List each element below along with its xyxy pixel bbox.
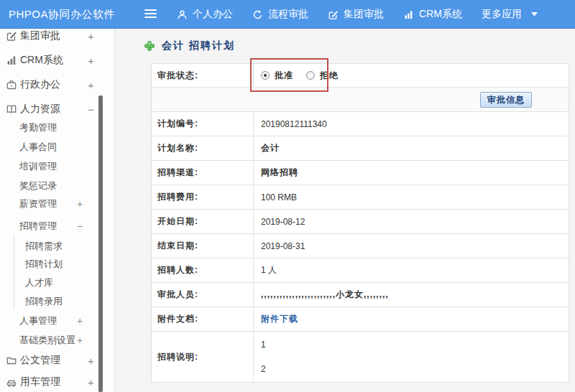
sidebar-item-official-docs[interactable]: 公文管理 + [0, 352, 115, 369]
bar-chart-icon [6, 55, 17, 66]
bar-chart-icon [403, 9, 414, 20]
table-row-attachment: 附件文档: 附件下载 [152, 307, 569, 332]
page-title-row: 会计 招聘计划 [144, 39, 235, 52]
sidebar: 集团审批 + CRM系统 + 行政办公 + 人力资源 − 考勤管理 人事合同 [0, 29, 115, 392]
hamburger-menu-icon[interactable] [144, 9, 157, 19]
table-row-recruit-channel: 招聘渠道: 网络招聘 [152, 161, 569, 185]
document-icon [6, 355, 17, 366]
nav-workflow-approval[interactable]: 流程审批 [252, 8, 308, 21]
main-content: 会计 招聘计划 审批状态: 批准 拒绝 审批信息 计划编号: 201908121… [115, 29, 575, 392]
app-logo: PHPOA协同办公软件 [9, 0, 115, 29]
sidebar-item-training[interactable]: 培训管理 [0, 158, 115, 175]
sidebar-item-rewards-records[interactable]: 奖惩记录 [0, 177, 115, 195]
expand-icon[interactable]: + [88, 55, 94, 67]
expand-icon[interactable]: + [88, 376, 94, 388]
table-row-approvers: 审批人员: ,,,,,,,,,,,,,,,,,,,,,,,,小龙女,,,,,,,… [152, 283, 569, 307]
approval-status-row: 审批状态: 批准 拒绝 [152, 64, 569, 88]
add-plus-icon[interactable] [144, 40, 155, 52]
history-icon [252, 9, 263, 20]
table-row-plan-name: 计划名称: 会计 [152, 136, 569, 161]
radio-reject[interactable] [306, 71, 315, 80]
recruitment-plan-form: 审批状态: 批准 拒绝 审批信息 计划编号: 20190812111340 计划… [151, 63, 569, 383]
edit-icon [328, 9, 339, 20]
table-row-headcount: 招聘人数: 1 人 [152, 258, 569, 283]
sidebar-item-human-resources[interactable]: 人力资源 − [0, 101, 115, 118]
sidebar-item-base-category-settings[interactable]: 基础类别设置 + [0, 332, 115, 349]
sidebar-item-recruit-plan[interactable]: 招聘计划 [0, 256, 115, 273]
sidebar-item-recruit-hire[interactable]: 招聘录用 [0, 293, 115, 310]
expand-icon[interactable]: + [88, 79, 94, 91]
sidebar-item-admin-office[interactable]: 行政办公 + [0, 76, 115, 93]
nav-personal-office[interactable]: 个人办公 [177, 8, 233, 21]
nav-crm-system[interactable]: CRM系统 [403, 8, 462, 21]
sidebar-item-recruitment-mgmt[interactable]: 招聘管理 − [0, 218, 115, 235]
plan-number-value: 20190812111340 [254, 112, 569, 136]
sidebar-item-group-approval[interactable]: 集团审批 + [0, 27, 115, 45]
expand-icon[interactable]: + [77, 198, 83, 210]
sidebar-item-personnel-mgmt[interactable]: 人事管理 + [0, 312, 115, 330]
recruit-channel-value: 网络招聘 [254, 161, 569, 185]
top-navigation: 个人办公 流程审批 集团审批 CRM系统 更多应用 [177, 0, 562, 29]
approvers-value: ,,,,,,,,,,,,,,,,,,,,,,,,小龙女,,,,,,,, [254, 283, 569, 307]
table-row-plan-number: 计划编号: 20190812111340 [152, 112, 569, 136]
sidebar-item-vehicle-mgmt[interactable]: 用车管理 + [0, 373, 115, 391]
collapse-icon[interactable]: − [77, 220, 83, 232]
briefcase-icon [6, 79, 17, 90]
headcount-value: 1 人 [254, 258, 569, 282]
nav-more-apps[interactable]: 更多应用 [482, 8, 543, 21]
caret-down-icon [531, 12, 538, 17]
expand-icon[interactable]: + [88, 355, 94, 367]
table-row-recruit-cost: 招聘费用: 100 RMB [152, 185, 569, 210]
end-date-value: 2019-08-31 [254, 234, 569, 258]
top-header-bar: PHPOA协同办公软件 个人办公 流程审批 集团审批 [0, 0, 575, 29]
table-row-recruit-description: 招聘说明: 1 2 [152, 332, 569, 383]
approval-radio-group: 批准 拒绝 [261, 70, 351, 82]
expand-icon[interactable]: + [77, 335, 83, 346]
radio-reject-label: 拒绝 [320, 70, 339, 82]
expand-icon[interactable]: + [88, 30, 94, 42]
car-icon [6, 376, 17, 388]
sidebar-scrollbar[interactable] [98, 95, 103, 392]
collapse-icon[interactable]: − [88, 103, 94, 116]
nav-group-approval[interactable]: 集团审批 [328, 8, 384, 21]
person-icon [177, 9, 188, 20]
page-title: 会计 招聘计划 [162, 39, 235, 52]
sidebar-item-salary[interactable]: 薪资管理 + [0, 195, 115, 213]
sidebar-item-recruit-demand[interactable]: 招聘需求 [0, 238, 115, 255]
table-row-end-date: 结束日期: 2019-08-31 [152, 234, 569, 258]
sidebar-item-hr-contract[interactable]: 人事合同 [0, 139, 115, 156]
book-icon [6, 103, 17, 115]
radio-approve[interactable] [261, 71, 270, 80]
sidebar-item-talent-pool[interactable]: 人才库 [0, 274, 115, 291]
recruit-cost-value: 100 RMB [254, 185, 569, 209]
approval-info-button[interactable]: 审批信息 [480, 92, 532, 108]
sidebar-item-attendance[interactable]: 考勤管理 [0, 119, 115, 136]
radio-approve-label: 批准 [275, 70, 293, 82]
plan-name-value: 会计 [254, 136, 569, 160]
table-row-start-date: 开始日期: 2019-08-12 [152, 210, 569, 234]
sidebar-item-crm[interactable]: CRM系统 + [0, 52, 115, 69]
expand-icon[interactable]: + [77, 315, 83, 327]
edit-square-icon [6, 30, 17, 42]
recruit-description-value: 1 2 [254, 332, 569, 382]
start-date-value: 2019-08-12 [254, 210, 569, 233]
attachment-download-link[interactable]: 附件下载 [261, 313, 298, 325]
approval-info-row: 审批信息 [152, 88, 569, 112]
approval-status-label: 审批状态: [152, 64, 254, 87]
